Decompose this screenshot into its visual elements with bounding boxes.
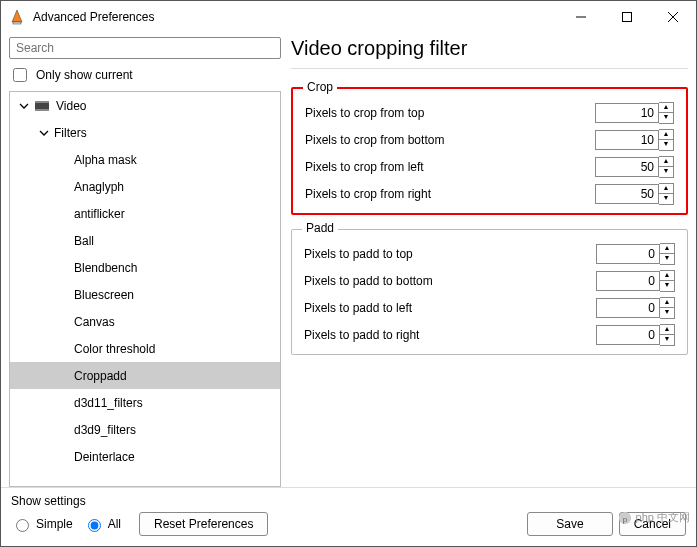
field-label: Pixels to crop from left <box>305 160 424 174</box>
tree-item[interactable]: d3d9_filters <box>10 416 280 443</box>
spin-up-icon[interactable]: ▲ <box>659 157 673 167</box>
window: Advanced Preferences Only show current V… <box>0 0 697 547</box>
save-button[interactable]: Save <box>527 512 612 536</box>
tree-item[interactable]: Croppadd <box>10 362 280 389</box>
padd-row: Pixels to padd to bottom▲▼ <box>304 267 675 294</box>
close-button[interactable] <box>650 1 696 33</box>
spin-up-icon[interactable]: ▲ <box>660 271 674 281</box>
tree-item[interactable]: Blendbench <box>10 254 280 281</box>
spin-up-icon[interactable]: ▲ <box>659 130 673 140</box>
tree-item-filters[interactable]: Filters <box>10 119 280 146</box>
spin-up-icon[interactable]: ▲ <box>660 298 674 308</box>
crop-input[interactable] <box>595 130 659 150</box>
tree-item[interactable]: Anaglyph <box>10 173 280 200</box>
spin-buttons[interactable]: ▲▼ <box>659 183 674 205</box>
padd-row: Pixels to padd to top▲▼ <box>304 240 675 267</box>
field-label: Pixels to padd to top <box>304 247 413 261</box>
tree-label: d3d9_filters <box>74 423 136 437</box>
chevron-down-icon <box>38 128 50 138</box>
tree-label: Alpha mask <box>74 153 137 167</box>
tree-item[interactable]: Deinterlace <box>10 443 280 470</box>
tree-item[interactable]: Bluescreen <box>10 281 280 308</box>
svg-rect-7 <box>35 101 49 103</box>
spin-buttons[interactable]: ▲▼ <box>660 270 675 292</box>
spin-down-icon[interactable]: ▼ <box>660 308 674 318</box>
padd-input[interactable] <box>596 298 660 318</box>
show-settings-label: Show settings <box>11 494 268 508</box>
spin-buttons[interactable]: ▲▼ <box>660 297 675 319</box>
padd-row: Pixels to padd to right▲▼ <box>304 321 675 348</box>
tree-item[interactable]: antiflicker <box>10 200 280 227</box>
only-show-current[interactable]: Only show current <box>9 65 281 85</box>
padd-input[interactable] <box>596 271 660 291</box>
tree-label: antiflicker <box>74 207 125 221</box>
crop-input[interactable] <box>595 103 659 123</box>
spin-buttons[interactable]: ▲▼ <box>660 243 675 265</box>
radio-all[interactable]: All <box>83 516 121 532</box>
page-title: Video cropping filter <box>291 37 688 69</box>
spin-down-icon[interactable]: ▼ <box>660 254 674 264</box>
crop-input[interactable] <box>595 157 659 177</box>
crop-row: Pixels to crop from bottom▲▼ <box>305 126 674 153</box>
svg-rect-8 <box>35 109 49 111</box>
body: Only show current Video Filters Alpha ma… <box>1 33 696 487</box>
tree-item[interactable]: d3d11_filters <box>10 389 280 416</box>
tree-item[interactable]: Canvas <box>10 308 280 335</box>
crop-group: Crop Pixels to crop from top▲▼Pixels to … <box>291 87 688 215</box>
tree-label: Croppadd <box>74 369 127 383</box>
spin-down-icon[interactable]: ▼ <box>659 113 673 123</box>
padd-row: Pixels to padd to left▲▼ <box>304 294 675 321</box>
tree-item-video[interactable]: Video <box>10 92 280 119</box>
minimize-button[interactable] <box>558 1 604 33</box>
only-show-checkbox[interactable] <box>13 68 27 82</box>
maximize-button[interactable] <box>604 1 650 33</box>
crop-row: Pixels to crop from top▲▼ <box>305 99 674 126</box>
tree-label: Ball <box>74 234 94 248</box>
spin-down-icon[interactable]: ▼ <box>659 194 673 204</box>
padd-group: Padd Pixels to padd to top▲▼Pixels to pa… <box>291 229 688 355</box>
left-pane: Only show current Video Filters Alpha ma… <box>9 37 281 487</box>
spin-buttons[interactable]: ▲▼ <box>659 156 674 178</box>
tree-item[interactable]: Color threshold <box>10 335 280 362</box>
spin-up-icon[interactable]: ▲ <box>660 244 674 254</box>
crop-input[interactable] <box>595 184 659 204</box>
spin-buttons[interactable]: ▲▼ <box>659 102 674 124</box>
field-label: Pixels to crop from top <box>305 106 424 120</box>
tree-item[interactable]: Ball <box>10 227 280 254</box>
video-icon <box>34 98 50 114</box>
spin-down-icon[interactable]: ▼ <box>660 281 674 291</box>
spin-down-icon[interactable]: ▼ <box>659 140 673 150</box>
padd-input[interactable] <box>596 325 660 345</box>
tree-label: Video <box>56 99 86 113</box>
spin-down-icon[interactable]: ▼ <box>660 335 674 345</box>
tree-label: Anaglyph <box>74 180 124 194</box>
tree-label: Canvas <box>74 315 115 329</box>
radio-simple[interactable]: Simple <box>11 516 73 532</box>
spin-up-icon[interactable]: ▲ <box>659 103 673 113</box>
spin-down-icon[interactable]: ▼ <box>659 167 673 177</box>
search-input[interactable] <box>9 37 281 59</box>
padd-input[interactable] <box>596 244 660 264</box>
right-pane: Video cropping filter Crop Pixels to cro… <box>291 37 688 487</box>
show-settings: Show settings Simple All Reset Preferenc… <box>11 494 268 536</box>
field-label: Pixels to crop from bottom <box>305 133 444 147</box>
tree-label: d3d11_filters <box>74 396 143 410</box>
svg-marker-0 <box>12 10 22 22</box>
tree-label: Filters <box>54 126 87 140</box>
footer: Show settings Simple All Reset Preferenc… <box>1 487 696 546</box>
group-legend: Crop <box>303 80 337 94</box>
cancel-button[interactable]: Cancel <box>619 512 686 536</box>
titlebar: Advanced Preferences <box>1 1 696 33</box>
tree-item[interactable]: Alpha mask <box>10 146 280 173</box>
spin-up-icon[interactable]: ▲ <box>659 184 673 194</box>
svg-rect-1 <box>13 22 21 24</box>
spin-buttons[interactable]: ▲▼ <box>660 324 675 346</box>
tree[interactable]: Video Filters Alpha maskAnaglyphantiflic… <box>9 91 281 487</box>
reset-button[interactable]: Reset Preferences <box>139 512 268 536</box>
only-show-label: Only show current <box>36 68 133 82</box>
spin-up-icon[interactable]: ▲ <box>660 325 674 335</box>
spin-buttons[interactable]: ▲▼ <box>659 129 674 151</box>
field-label: Pixels to padd to right <box>304 328 419 342</box>
crop-row: Pixels to crop from left▲▼ <box>305 153 674 180</box>
field-label: Pixels to crop from right <box>305 187 431 201</box>
